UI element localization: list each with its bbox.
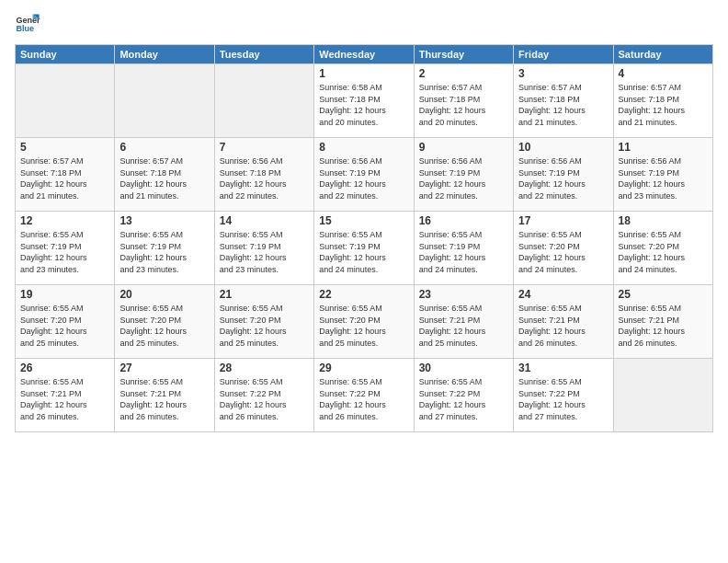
day-info: Sunrise: 6:55 AM Sunset: 7:21 PM Dayligh… <box>20 376 109 422</box>
calendar-cell: 14Sunrise: 6:55 AM Sunset: 7:19 PM Dayli… <box>214 212 313 285</box>
calendar-cell: 21Sunrise: 6:55 AM Sunset: 7:20 PM Dayli… <box>214 285 313 359</box>
day-info: Sunrise: 6:56 AM Sunset: 7:19 PM Dayligh… <box>419 155 508 201</box>
day-info: Sunrise: 6:57 AM Sunset: 7:18 PM Dayligh… <box>119 155 209 201</box>
day-info: Sunrise: 6:55 AM Sunset: 7:20 PM Dayligh… <box>619 229 708 275</box>
day-info: Sunrise: 6:55 AM Sunset: 7:22 PM Dayligh… <box>220 376 309 422</box>
day-info: Sunrise: 6:56 AM Sunset: 7:19 PM Dayligh… <box>518 155 608 201</box>
day-info: Sunrise: 6:57 AM Sunset: 7:18 PM Dayligh… <box>518 82 608 128</box>
calendar-cell: 20Sunrise: 6:55 AM Sunset: 7:20 PM Dayli… <box>115 285 214 359</box>
day-info: Sunrise: 6:55 AM Sunset: 7:22 PM Dayligh… <box>319 376 408 422</box>
day-info: Sunrise: 6:58 AM Sunset: 7:18 PM Dayligh… <box>319 82 408 128</box>
calendar-cell: 29Sunrise: 6:55 AM Sunset: 7:22 PM Dayli… <box>314 359 414 432</box>
calendar-cell: 17Sunrise: 6:55 AM Sunset: 7:20 PM Dayli… <box>514 212 613 285</box>
calendar-cell: 26Sunrise: 6:55 AM Sunset: 7:21 PM Dayli… <box>16 359 115 432</box>
day-info: Sunrise: 6:55 AM Sunset: 7:19 PM Dayligh… <box>319 229 408 275</box>
day-info: Sunrise: 6:57 AM Sunset: 7:18 PM Dayligh… <box>419 82 508 128</box>
calendar-cell: 15Sunrise: 6:55 AM Sunset: 7:19 PM Dayli… <box>314 212 414 285</box>
calendar-cell: 19Sunrise: 6:55 AM Sunset: 7:20 PM Dayli… <box>16 285 115 359</box>
day-info: Sunrise: 6:55 AM Sunset: 7:20 PM Dayligh… <box>119 303 209 349</box>
calendar-cell <box>613 359 712 432</box>
weekday-header-sunday: Sunday <box>16 45 115 64</box>
day-info: Sunrise: 6:55 AM Sunset: 7:22 PM Dayligh… <box>419 376 508 422</box>
day-number: 1 <box>319 67 408 80</box>
calendar-cell: 18Sunrise: 6:55 AM Sunset: 7:20 PM Dayli… <box>613 212 712 285</box>
day-info: Sunrise: 6:57 AM Sunset: 7:18 PM Dayligh… <box>619 82 708 128</box>
calendar-cell: 10Sunrise: 6:56 AM Sunset: 7:19 PM Dayli… <box>514 138 613 212</box>
day-info: Sunrise: 6:55 AM Sunset: 7:20 PM Dayligh… <box>220 303 309 349</box>
calendar-cell: 1Sunrise: 6:58 AM Sunset: 7:18 PM Daylig… <box>314 64 414 138</box>
week-row-5: 26Sunrise: 6:55 AM Sunset: 7:21 PM Dayli… <box>16 359 713 432</box>
day-number: 11 <box>619 141 708 154</box>
logo: General Blue <box>15 11 40 37</box>
day-info: Sunrise: 6:55 AM Sunset: 7:21 PM Dayligh… <box>119 376 209 422</box>
day-number: 16 <box>419 214 508 227</box>
week-row-3: 12Sunrise: 6:55 AM Sunset: 7:19 PM Dayli… <box>16 212 713 285</box>
calendar-cell: 24Sunrise: 6:55 AM Sunset: 7:21 PM Dayli… <box>514 285 613 359</box>
svg-text:Blue: Blue <box>16 24 34 33</box>
logo-icon: General Blue <box>15 11 40 37</box>
day-info: Sunrise: 6:55 AM Sunset: 7:21 PM Dayligh… <box>619 303 708 349</box>
day-number: 17 <box>518 214 608 227</box>
day-info: Sunrise: 6:55 AM Sunset: 7:19 PM Dayligh… <box>419 229 508 275</box>
day-number: 3 <box>518 67 608 80</box>
day-number: 30 <box>419 362 508 374</box>
day-number: 29 <box>319 362 408 374</box>
calendar-cell <box>16 64 115 138</box>
calendar-cell <box>115 64 214 138</box>
day-number: 5 <box>20 141 109 154</box>
calendar-cell: 30Sunrise: 6:55 AM Sunset: 7:22 PM Dayli… <box>414 359 513 432</box>
weekday-header-tuesday: Tuesday <box>214 45 313 64</box>
week-row-1: 1Sunrise: 6:58 AM Sunset: 7:18 PM Daylig… <box>16 64 713 138</box>
day-number: 14 <box>220 214 309 227</box>
day-number: 12 <box>20 214 109 227</box>
calendar-cell: 8Sunrise: 6:56 AM Sunset: 7:19 PM Daylig… <box>314 138 414 212</box>
day-number: 18 <box>619 214 708 227</box>
day-number: 21 <box>220 288 309 301</box>
day-number: 19 <box>20 288 109 301</box>
day-info: Sunrise: 6:55 AM Sunset: 7:19 PM Dayligh… <box>20 229 109 275</box>
day-info: Sunrise: 6:55 AM Sunset: 7:19 PM Dayligh… <box>119 229 209 275</box>
calendar-cell: 27Sunrise: 6:55 AM Sunset: 7:21 PM Dayli… <box>115 359 214 432</box>
calendar-cell: 12Sunrise: 6:55 AM Sunset: 7:19 PM Dayli… <box>16 212 115 285</box>
weekday-header-wednesday: Wednesday <box>314 45 414 64</box>
calendar-cell: 4Sunrise: 6:57 AM Sunset: 7:18 PM Daylig… <box>613 64 712 138</box>
week-row-4: 19Sunrise: 6:55 AM Sunset: 7:20 PM Dayli… <box>16 285 713 359</box>
day-number: 26 <box>20 362 109 374</box>
day-number: 15 <box>319 214 408 227</box>
calendar: SundayMondayTuesdayWednesdayThursdayFrid… <box>15 44 713 432</box>
calendar-cell: 23Sunrise: 6:55 AM Sunset: 7:21 PM Dayli… <box>414 285 513 359</box>
day-number: 20 <box>119 288 209 301</box>
calendar-cell: 3Sunrise: 6:57 AM Sunset: 7:18 PM Daylig… <box>514 64 613 138</box>
calendar-cell: 16Sunrise: 6:55 AM Sunset: 7:19 PM Dayli… <box>414 212 513 285</box>
weekday-header-monday: Monday <box>115 45 214 64</box>
day-number: 2 <box>419 67 508 80</box>
day-info: Sunrise: 6:55 AM Sunset: 7:20 PM Dayligh… <box>518 229 608 275</box>
day-number: 8 <box>319 141 408 154</box>
day-info: Sunrise: 6:56 AM Sunset: 7:19 PM Dayligh… <box>319 155 408 201</box>
day-info: Sunrise: 6:55 AM Sunset: 7:21 PM Dayligh… <box>518 303 608 349</box>
calendar-cell: 22Sunrise: 6:55 AM Sunset: 7:20 PM Dayli… <box>314 285 414 359</box>
calendar-cell: 2Sunrise: 6:57 AM Sunset: 7:18 PM Daylig… <box>414 64 513 138</box>
day-number: 24 <box>518 288 608 301</box>
weekday-header-saturday: Saturday <box>613 45 712 64</box>
day-number: 13 <box>119 214 209 227</box>
day-number: 31 <box>518 362 608 374</box>
day-info: Sunrise: 6:55 AM Sunset: 7:22 PM Dayligh… <box>518 376 608 422</box>
calendar-cell: 5Sunrise: 6:57 AM Sunset: 7:18 PM Daylig… <box>16 138 115 212</box>
weekday-header-friday: Friday <box>514 45 613 64</box>
calendar-cell: 28Sunrise: 6:55 AM Sunset: 7:22 PM Dayli… <box>214 359 313 432</box>
week-row-2: 5Sunrise: 6:57 AM Sunset: 7:18 PM Daylig… <box>16 138 713 212</box>
day-info: Sunrise: 6:55 AM Sunset: 7:19 PM Dayligh… <box>220 229 309 275</box>
calendar-cell: 11Sunrise: 6:56 AM Sunset: 7:19 PM Dayli… <box>613 138 712 212</box>
day-number: 23 <box>419 288 508 301</box>
day-number: 4 <box>619 67 708 80</box>
header: General Blue <box>15 11 713 37</box>
day-info: Sunrise: 6:55 AM Sunset: 7:20 PM Dayligh… <box>319 303 408 349</box>
day-number: 28 <box>220 362 309 374</box>
calendar-cell: 9Sunrise: 6:56 AM Sunset: 7:19 PM Daylig… <box>414 138 513 212</box>
page: General Blue SundayMondayTuesdayWednesda… <box>0 0 728 563</box>
calendar-cell <box>214 64 313 138</box>
calendar-cell: 6Sunrise: 6:57 AM Sunset: 7:18 PM Daylig… <box>115 138 214 212</box>
calendar-cell: 25Sunrise: 6:55 AM Sunset: 7:21 PM Dayli… <box>613 285 712 359</box>
day-info: Sunrise: 6:56 AM Sunset: 7:18 PM Dayligh… <box>220 155 309 201</box>
